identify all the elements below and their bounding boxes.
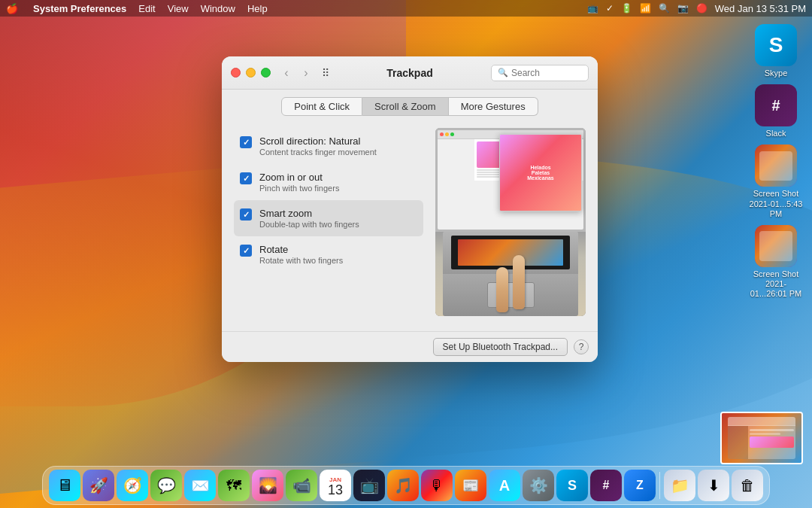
zoom-in-out-text: Zoom in or out Pinch with two fingers: [259, 172, 339, 193]
option-smart-zoom[interactable]: ✓ Smart zoom Double-tap with two fingers: [234, 200, 423, 236]
preview-panel: HeladosPaletas: [435, 128, 586, 324]
close-button[interactable]: [231, 68, 241, 78]
files-icon: 📁: [671, 476, 689, 494]
thumbnail-preview: [722, 413, 801, 463]
dock-item-maps[interactable]: 🗺: [218, 470, 250, 501]
check-icon: ✓: [243, 138, 250, 148]
slack-label: Slack: [766, 129, 786, 138]
checkbox-zoom[interactable]: ✓: [240, 172, 252, 184]
app-name[interactable]: System Preferences: [33, 3, 126, 14]
dock-item-launchpad[interactable]: 🚀: [83, 470, 114, 501]
smart-zoom-title: Smart zoom: [259, 208, 359, 219]
check-smart-zoom-icon: ✓: [243, 210, 250, 220]
dock-item-safari[interactable]: 🧭: [117, 470, 148, 501]
checkmark-icon: ✓: [606, 3, 614, 14]
search-menubar-icon[interactable]: 🔍: [659, 3, 670, 14]
grid-button[interactable]: ⠿: [317, 65, 334, 81]
menu-window[interactable]: Window: [201, 3, 235, 14]
dock-item-trash[interactable]: 🗑: [732, 470, 763, 501]
setup-bluetooth-button[interactable]: Set Up Bluetooth Trackpad...: [433, 338, 568, 356]
notification-icon[interactable]: 🔴: [696, 3, 707, 14]
desktop-icon-slack[interactable]: # Slack: [749, 84, 803, 138]
trash-icon: 🗑: [740, 477, 755, 494]
sysprefs-icon: ⚙️: [529, 476, 548, 494]
tab-point-click[interactable]: Point & Click: [281, 97, 362, 116]
rotate-desc: Rotate with two fingers: [259, 256, 343, 265]
menu-view[interactable]: View: [168, 3, 189, 14]
option-scroll-direction[interactable]: ✓ Scroll direction: Natural Content trac…: [234, 128, 423, 164]
airplay-icon[interactable]: 📺: [587, 3, 598, 14]
back-arrow[interactable]: ‹: [278, 65, 295, 81]
dock-item-slack[interactable]: #: [590, 470, 622, 501]
screencapture-icon[interactable]: 📷: [677, 3, 689, 14]
window-titlebar: ‹ › ⠿ Trackpad 🔍: [222, 56, 598, 90]
dock-item-music[interactable]: 🎵: [387, 470, 419, 501]
dock-item-photos[interactable]: 🌄: [252, 470, 283, 501]
checkbox-scroll-direction[interactable]: ✓: [240, 136, 252, 148]
dock-item-skype[interactable]: S: [556, 470, 588, 501]
dock-item-tv[interactable]: 📺: [353, 470, 385, 501]
rotate-text: Rotate Rotate with two fingers: [259, 244, 343, 265]
menubar-left: 🍎 System Preferences Edit View Window He…: [6, 3, 268, 14]
dock-item-podcasts[interactable]: 🎙: [421, 470, 453, 501]
zoom-in-out-desc: Pinch with two fingers: [259, 184, 339, 193]
dock-item-mail[interactable]: ✉️: [184, 470, 216, 501]
minimize-button[interactable]: [246, 68, 256, 78]
forward-arrow[interactable]: ›: [298, 65, 314, 81]
dock-item-finder[interactable]: 🖥: [49, 470, 80, 501]
datetime: Wed Jan 13 5:31 PM: [715, 3, 806, 14]
window-footer: Set Up Bluetooth Trackpad... ?: [222, 331, 598, 362]
screenshot1-desktop-icon: [755, 144, 797, 187]
battery-icon[interactable]: 🔋: [621, 3, 632, 14]
checkbox-smart-zoom[interactable]: ✓: [240, 208, 252, 221]
dock-item-sysprefs[interactable]: ⚙️: [523, 470, 554, 501]
dock-item-facetime[interactable]: 📹: [286, 470, 317, 501]
options-panel: ✓ Scroll direction: Natural Content trac…: [234, 128, 423, 324]
dock-separator: [659, 472, 660, 499]
desktop-icon-screenshot1[interactable]: Screen Shot 2021-01...5:43 PM: [749, 144, 803, 219]
search-input[interactable]: [511, 68, 598, 78]
help-button[interactable]: ?: [574, 339, 589, 354]
scroll-direction-title: Scroll direction: Natural: [259, 135, 377, 147]
wifi-icon[interactable]: 📶: [640, 3, 651, 14]
menu-edit[interactable]: Edit: [138, 3, 155, 14]
search-box[interactable]: 🔍: [491, 65, 589, 81]
slack-dock-icon: #: [603, 479, 610, 492]
window-controls: [231, 68, 271, 78]
option-rotate[interactable]: ✓ Rotate Rotate with two fingers: [234, 236, 423, 272]
dock-item-news[interactable]: 📰: [455, 470, 486, 501]
tab-scroll-zoom[interactable]: Scroll & Zoom: [362, 97, 449, 116]
dock: 🖥 🚀 🧭 💬 ✉️ 🗺 🌄 📹 JAN: [42, 466, 770, 505]
dock-item-files[interactable]: 📁: [664, 470, 695, 501]
dock-item-downloads[interactable]: ⬇: [698, 470, 729, 501]
preview-top: HeladosPaletas: [435, 128, 586, 232]
menu-help[interactable]: Help: [247, 3, 268, 14]
desktop-icon-skype[interactable]: S Skype: [749, 24, 803, 78]
calendar-date: 13: [328, 483, 343, 497]
menubar-right: 📺 ✓ 🔋 📶 🔍 📷 🔴 Wed Jan 13 5:31 PM: [587, 3, 806, 14]
window-title: Trackpad: [386, 67, 432, 79]
dock-item-calendar[interactable]: JAN 13: [320, 470, 351, 501]
menubar: 🍎 System Preferences Edit View Window He…: [0, 0, 812, 17]
skype-desktop-icon: S: [755, 24, 797, 66]
check-zoom-icon: ✓: [243, 174, 250, 184]
appstore-icon: A: [499, 477, 510, 494]
screenshot-thumbnail[interactable]: [720, 412, 803, 464]
option-zoom-in-out[interactable]: ✓ Zoom in or out Pinch with two fingers: [234, 164, 423, 200]
tab-more-gestures[interactable]: More Gestures: [449, 97, 538, 116]
apple-menu[interactable]: 🍎: [6, 3, 18, 14]
dock-item-messages[interactable]: 💬: [150, 470, 182, 501]
screenshot2-label: Screen Shot 2021-01...26:01 PM: [749, 269, 803, 300]
safari-icon: 🧭: [123, 476, 142, 494]
desktop-icon-screenshot2[interactable]: Screen Shot 2021-01...26:01 PM: [749, 225, 803, 300]
checkbox-rotate[interactable]: ✓: [240, 245, 252, 257]
dock-item-appstore[interactable]: A: [489, 470, 520, 501]
music-icon: 🎵: [394, 476, 413, 494]
skype-dock-icon: S: [568, 478, 577, 494]
messages-icon: 💬: [157, 476, 176, 494]
dock-item-zoom[interactable]: Z: [624, 470, 656, 501]
zoom-in-out-title: Zoom in or out: [259, 172, 339, 183]
maximize-button[interactable]: [261, 68, 271, 78]
zoom-icon: Z: [636, 479, 644, 492]
podcasts-icon: 🎙: [429, 477, 444, 494]
